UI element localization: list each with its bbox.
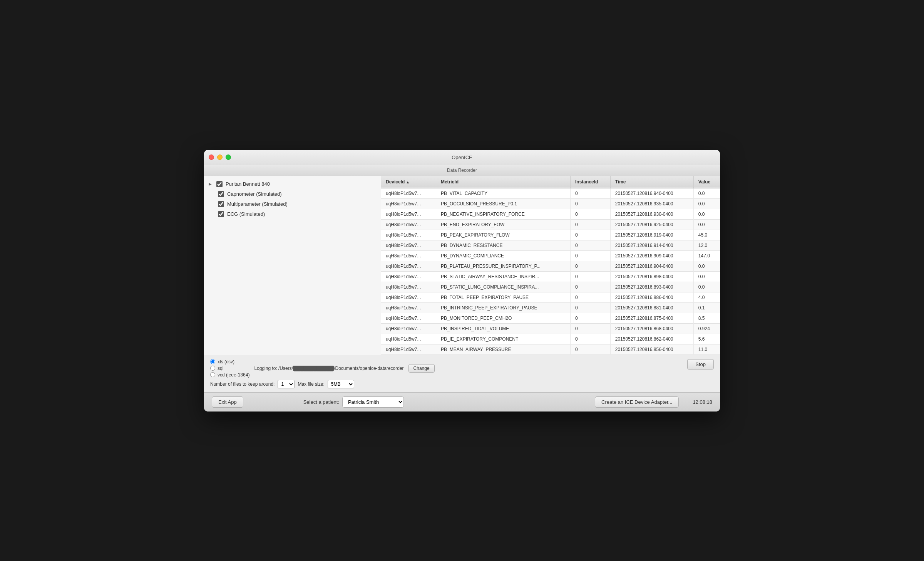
logging-path: Logging to: /Users/████████████/Document… <box>254 366 403 371</box>
cell-value: 4.0 <box>693 292 720 302</box>
footer-bar: Exit App Select a patient: Patricia Smit… <box>204 392 720 412</box>
cell-time: 20150527.120816.925-0400 <box>610 219 693 230</box>
cell-metricId: PB_VITAL_CAPACITY <box>436 188 570 199</box>
maximize-button[interactable] <box>226 155 231 160</box>
format-vcd-radio[interactable] <box>210 372 215 377</box>
cell-value: 0.0 <box>693 209 720 219</box>
format-vcd-option[interactable]: vcd (ieee-1364) <box>210 372 249 378</box>
cell-time: 20150527.120816.914-0400 <box>610 240 693 250</box>
bottom-panel: xls (csv) sql vcd (ieee-1364) Logging to… <box>204 355 720 392</box>
subtitle-label: Data Recorder <box>447 168 477 173</box>
format-sql-label: sql <box>218 366 223 371</box>
format-vcd-label: vcd (ieee-1364) <box>218 372 249 378</box>
cell-value: 45.0 <box>693 230 720 240</box>
col-metric-id[interactable]: MetricId <box>436 176 570 188</box>
table-row[interactable]: uqH8ioP1d5w7...PB_STATIC_AIRWAY_RESISTAN… <box>381 271 720 282</box>
minimize-button[interactable] <box>217 155 223 160</box>
table-row[interactable]: uqH8ioP1d5w7...PB_INSPIRED_TIDAL_VOLUME0… <box>381 323 720 334</box>
cell-metricId: PB_STATIC_LUNG_COMPLIANCE_INSPIRA... <box>436 282 570 292</box>
table-row[interactable]: uqH8ioP1d5w7...PB_IE_EXPIRATORY_COMPONEN… <box>381 334 720 344</box>
cell-time: 20150527.120816.875-0400 <box>610 313 693 323</box>
change-button[interactable]: Change <box>408 364 435 373</box>
data-table: DeviceId MetricId InstanceId Time Value … <box>381 176 720 355</box>
cell-instanceId: 0 <box>571 250 611 261</box>
traffic-lights <box>209 155 231 160</box>
format-radio-group: xls (csv) sql vcd (ieee-1364) <box>210 359 249 378</box>
format-xls-option[interactable]: xls (csv) <box>210 359 249 364</box>
cell-metricId: PB_OCCULSION_PRESSURE_P0.1 <box>436 198 570 209</box>
cell-instanceId: 0 <box>571 292 611 302</box>
col-device-id[interactable]: DeviceId <box>381 176 436 188</box>
bottom-row2: Number of files to keep around: 1 2 3 5 … <box>210 380 435 388</box>
table-row[interactable]: uqH8ioP1d5w7...PB_INTRINSIC_PEEP_EXPIRAT… <box>381 302 720 313</box>
format-xls-radio[interactable] <box>210 359 215 364</box>
sidebar-item-puritan-bennett[interactable]: ▶ Puritan Bennett 840 <box>204 179 381 189</box>
cell-instanceId: 0 <box>571 282 611 292</box>
table-row[interactable]: uqH8ioP1d5w7...PB_OCCULSION_PRESSURE_P0.… <box>381 198 720 209</box>
puritan-bennett-checkbox[interactable] <box>216 181 223 187</box>
sidebar-item-multiparameter[interactable]: Multiparameter (Simulated) <box>204 199 381 209</box>
cell-time: 20150527.120816.898-0400 <box>610 271 693 282</box>
close-button[interactable] <box>209 155 214 160</box>
capnometer-checkbox[interactable] <box>218 191 224 197</box>
cell-metricId: PB_INSPIRED_TIDAL_VOLUME <box>436 323 570 334</box>
bottom-row1: xls (csv) sql vcd (ieee-1364) Logging to… <box>210 359 435 378</box>
multiparameter-checkbox[interactable] <box>218 201 224 207</box>
sidebar-item-ecg[interactable]: ECG (Simulated) <box>204 209 381 219</box>
cell-deviceId: uqH8ioP1d5w7... <box>381 323 436 334</box>
col-value[interactable]: Value <box>693 176 720 188</box>
table-row[interactable]: uqH8ioP1d5w7...PB_MONITORED_PEEP_CMH2O02… <box>381 313 720 323</box>
cell-instanceId: 0 <box>571 188 611 199</box>
cell-deviceId: uqH8ioP1d5w7... <box>381 240 436 250</box>
cell-deviceId: uqH8ioP1d5w7... <box>381 250 436 261</box>
table-row[interactable]: uqH8ioP1d5w7...PB_MEAN_AIRWAY_PRESSURE02… <box>381 344 720 354</box>
cell-instanceId: 0 <box>571 230 611 240</box>
table-row[interactable]: uqH8ioP1d5w7...PB_PLATEAU_PRESSURE_INSPI… <box>381 261 720 271</box>
table-row[interactable]: uqH8ioP1d5w7...PB_DYNAMIC_RESISTANCE0201… <box>381 240 720 250</box>
cell-instanceId: 0 <box>571 209 611 219</box>
num-files-select[interactable]: 1 2 3 5 10 <box>278 380 295 388</box>
table-row[interactable]: uqH8ioP1d5w7...PB_DYNAMIC_COMPLIANCE0201… <box>381 250 720 261</box>
cell-time: 20150527.120816.930-0400 <box>610 209 693 219</box>
col-time[interactable]: Time <box>610 176 693 188</box>
create-adapter-button[interactable]: Create an ICE Device Adapter... <box>595 396 679 408</box>
table-body: uqH8ioP1d5w7...PB_VITAL_CAPACITY02015052… <box>381 188 720 355</box>
data-table-wrapper[interactable]: DeviceId MetricId InstanceId Time Value … <box>381 176 720 355</box>
cell-metricId: PB_MEAN_AIRWAY_PRESSURE <box>436 344 570 354</box>
cell-value: 8.5 <box>693 313 720 323</box>
ecg-checkbox[interactable] <box>218 211 224 217</box>
patient-label: Select a patient: <box>303 399 339 405</box>
format-sql-option[interactable]: sql <box>210 366 249 371</box>
table-row[interactable]: uqH8ioP1d5w7...PB_END_EXPIRATORY_FOW0201… <box>381 219 720 230</box>
bottom-rows-wrapper: xls (csv) sql vcd (ieee-1364) Logging to… <box>210 359 435 388</box>
table-row[interactable]: uqH8ioP1d5w7...PB_STATIC_LUNG_COMPLIANCE… <box>381 282 720 292</box>
col-instance-id[interactable]: InstanceId <box>571 176 611 188</box>
cell-metricId: PB_PLATEAU_PRESSURE_INSPIRATORY_P... <box>436 261 570 271</box>
patient-select[interactable]: Patricia Smith John Doe Jane Doe <box>342 396 404 408</box>
cell-instanceId: 0 <box>571 261 611 271</box>
exit-app-button[interactable]: Exit App <box>212 396 243 408</box>
cell-metricId: PB_MONITORED_PEEP_CMH2O <box>436 313 570 323</box>
cell-metricId: PB_END_EXPIRATORY_FOW <box>436 219 570 230</box>
stop-button[interactable]: Stop <box>687 359 714 370</box>
rows-and-stop: xls (csv) sql vcd (ieee-1364) Logging to… <box>210 359 714 388</box>
cell-instanceId: 0 <box>571 219 611 230</box>
titlebar: OpenICE <box>204 150 720 165</box>
cell-deviceId: uqH8ioP1d5w7... <box>381 209 436 219</box>
cell-time: 20150527.120816.881-0400 <box>610 302 693 313</box>
cell-metricId: PB_PEAK_EXPIRATORY_FLOW <box>436 230 570 240</box>
format-sql-radio[interactable] <box>210 366 215 371</box>
table-row[interactable]: uqH8ioP1d5w7...PB_PEAK_EXPIRATORY_FLOW02… <box>381 230 720 240</box>
cell-instanceId: 0 <box>571 344 611 354</box>
cell-deviceId: uqH8ioP1d5w7... <box>381 292 436 302</box>
sidebar-item-capnometer[interactable]: Capnometer (Simulated) <box>204 189 381 199</box>
max-file-size-select[interactable]: 1MB 5MB 10MB 50MB 100MB <box>328 380 354 388</box>
cell-metricId: PB_INTRINSIC_PEEP_EXPIRATORY_PAUSE <box>436 302 570 313</box>
cell-deviceId: uqH8ioP1d5w7... <box>381 282 436 292</box>
table-row[interactable]: uqH8ioP1d5w7...PB_TOTAL_PEEP_EXPIRATORY_… <box>381 292 720 302</box>
table-row[interactable]: uqH8ioP1d5w7...PB_VITAL_CAPACITY02015052… <box>381 188 720 199</box>
table-row[interactable]: uqH8ioP1d5w7...PB_NEGATIVE_INSPIRATORY_F… <box>381 209 720 219</box>
cell-value: 0.924 <box>693 323 720 334</box>
cell-instanceId: 0 <box>571 313 611 323</box>
cell-deviceId: uqH8ioP1d5w7... <box>381 219 436 230</box>
